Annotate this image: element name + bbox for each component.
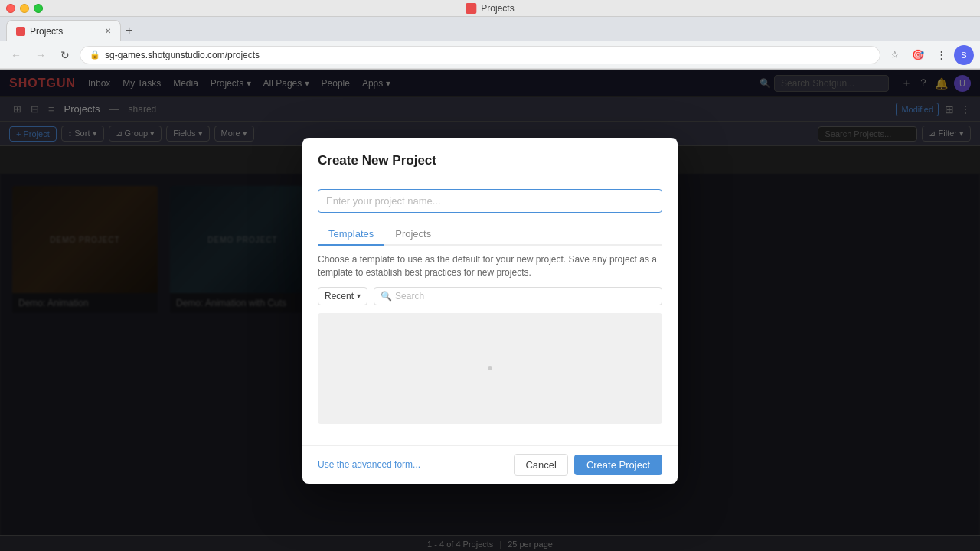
template-description: Choose a template to use as the default … xyxy=(318,253,662,279)
search-placeholder: Search xyxy=(395,291,424,302)
create-project-dialog: Create New Project Templates Projects Ch… xyxy=(302,138,678,484)
tab-templates[interactable]: Templates xyxy=(318,223,384,246)
browser-chrome: Projects ✕ + ← → ↻ 🔒 sg-games.shotgunstu… xyxy=(0,17,980,70)
dialog-header: Create New Project xyxy=(302,138,678,178)
search-icon: 🔍 xyxy=(381,291,392,302)
project-name-input[interactable] xyxy=(318,189,662,213)
favicon xyxy=(466,3,476,14)
shotgun-ext-button[interactable]: 🎯 xyxy=(908,45,928,65)
forward-button[interactable]: → xyxy=(31,45,51,65)
template-area xyxy=(318,313,662,424)
app-wrapper: SHOTGUN Inbox My Tasks Media Projects ▾ … xyxy=(0,70,980,551)
new-tab-button[interactable]: + xyxy=(121,20,137,41)
chevron-down-icon: ▾ xyxy=(357,292,361,300)
maximize-window-button[interactable] xyxy=(34,4,43,13)
tab-close-button[interactable]: ✕ xyxy=(105,27,111,35)
template-search[interactable]: 🔍 Search xyxy=(374,287,662,305)
lock-icon: 🔒 xyxy=(90,50,100,60)
tab-projects[interactable]: Projects xyxy=(384,223,442,246)
back-button[interactable]: ← xyxy=(6,45,26,65)
browser-toolbar: ← → ↻ 🔒 sg-games.shotgunstudio.com/proje… xyxy=(0,41,980,69)
tab-label: Projects xyxy=(30,26,63,37)
close-window-button[interactable] xyxy=(6,4,15,13)
filter-dropdown[interactable]: Recent ▾ xyxy=(318,287,368,305)
filter-dropdown-label: Recent xyxy=(325,291,354,302)
create-project-button[interactable]: Create Project xyxy=(574,455,662,475)
menu-button[interactable]: ⋮ xyxy=(931,45,951,65)
browser-tab-projects[interactable]: Projects ✕ xyxy=(6,20,121,41)
dialog-title: Create New Project xyxy=(318,153,662,168)
cancel-button[interactable]: Cancel xyxy=(514,454,567,476)
dialog-footer: Use the advanced form... Cancel Create P… xyxy=(302,445,678,484)
loading-indicator xyxy=(488,366,492,370)
reload-button[interactable]: ↻ xyxy=(55,45,75,65)
browser-actions: ☆ 🎯 ⋮ S xyxy=(885,45,974,65)
browser-tabs: Projects ✕ + xyxy=(0,17,980,41)
dialog-body: Templates Projects Choose a template to … xyxy=(302,178,678,445)
modal-overlay: Create New Project Templates Projects Ch… xyxy=(0,70,980,551)
profile-button[interactable]: S xyxy=(954,45,974,65)
filter-bar: Recent ▾ 🔍 Search xyxy=(318,287,662,305)
address-bar[interactable]: 🔒 sg-games.shotgunstudio.com/projects xyxy=(80,46,880,64)
minimize-window-button[interactable] xyxy=(20,4,29,13)
advanced-form-link[interactable]: Use the advanced form... xyxy=(318,459,420,470)
window-title: Projects xyxy=(466,3,514,14)
address-text: sg-games.shotgunstudio.com/projects xyxy=(105,50,260,60)
dialog-tabs: Templates Projects xyxy=(318,223,662,246)
title-bar: Projects xyxy=(0,0,980,17)
tab-icon xyxy=(16,27,25,36)
star-button[interactable]: ☆ xyxy=(885,45,905,65)
